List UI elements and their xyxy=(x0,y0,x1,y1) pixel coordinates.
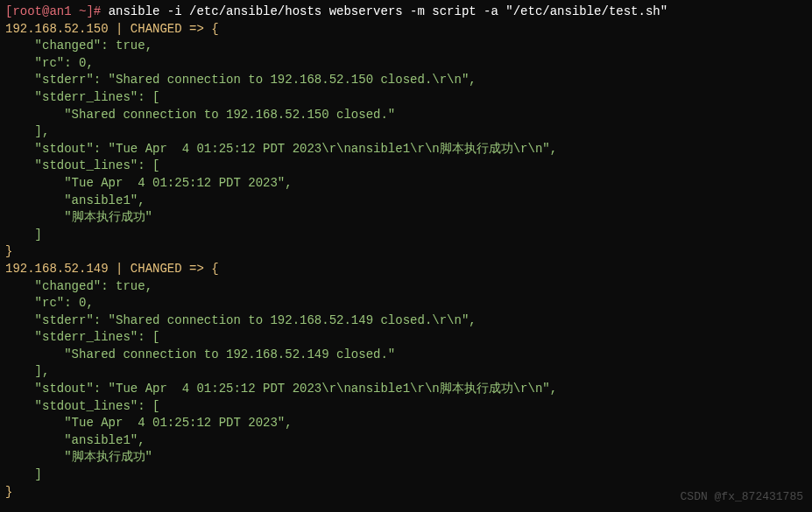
host-result-block-2: 192.168.52.149 | CHANGED => { "changed":… xyxy=(5,261,807,501)
json-stdout-lines-item1: "Tue Apr 4 01:25:12 PDT 2023", xyxy=(5,415,807,432)
json-stdout-lines-close: ] xyxy=(5,466,807,484)
watermark-text: CSDN @fx_872431785 xyxy=(681,489,803,505)
json-stderr-lines-item: "Shared connection to 192.168.52.150 clo… xyxy=(5,107,807,124)
json-stderr-lines-open: "stderr_lines": [ xyxy=(5,89,807,107)
json-stdout-lines-open: "stdout_lines": [ xyxy=(5,158,807,175)
json-stdout-lines-close: ] xyxy=(5,227,807,244)
json-rc: "rc": 0, xyxy=(5,295,807,312)
json-stderr-lines-item: "Shared connection to 192.168.52.149 clo… xyxy=(5,347,807,364)
json-rc: "rc": 0, xyxy=(5,55,807,73)
json-stdout-lines-open: "stdout_lines": [ xyxy=(5,398,807,416)
json-stdout-lines-item3: "脚本执行成功" xyxy=(5,449,807,466)
json-stdout-lines-item3: "脚本执行成功" xyxy=(5,209,807,227)
json-close: } xyxy=(5,243,807,261)
json-changed: "changed": true, xyxy=(5,38,807,55)
json-stderr: "stderr": "Shared connection to 192.168.… xyxy=(5,72,807,89)
host-result-block-1: 192.168.52.150 | CHANGED => { "changed":… xyxy=(5,21,807,261)
host-header: 192.168.52.149 | CHANGED => { xyxy=(5,261,807,278)
host-header: 192.168.52.150 | CHANGED => { xyxy=(5,21,807,39)
json-stdout-lines-item2: "ansible1", xyxy=(5,193,807,210)
json-stdout-lines-item1: "Tue Apr 4 01:25:12 PDT 2023", xyxy=(5,175,807,193)
json-stdout: "stdout": "Tue Apr 4 01:25:12 PDT 2023\r… xyxy=(5,381,807,398)
json-stdout-lines-item2: "ansible1", xyxy=(5,432,807,450)
json-stderr: "stderr": "Shared connection to 192.168.… xyxy=(5,312,807,330)
terminal-output[interactable]: [root@an1 ~]# ansible -i /etc/ansible/ho… xyxy=(5,4,807,501)
json-stderr-lines-close: ], xyxy=(5,363,807,381)
command-text: ansible -i /etc/ansible/hosts webservers… xyxy=(109,4,668,18)
command-prompt-line: [root@an1 ~]# ansible -i /etc/ansible/ho… xyxy=(5,4,807,21)
json-stderr-lines-open: "stderr_lines": [ xyxy=(5,329,807,347)
json-stderr-lines-close: ], xyxy=(5,123,807,141)
prompt-user-host: [root@an1 ~]# xyxy=(5,4,109,18)
json-stdout: "stdout": "Tue Apr 4 01:25:12 PDT 2023\r… xyxy=(5,141,807,158)
json-changed: "changed": true, xyxy=(5,278,807,296)
